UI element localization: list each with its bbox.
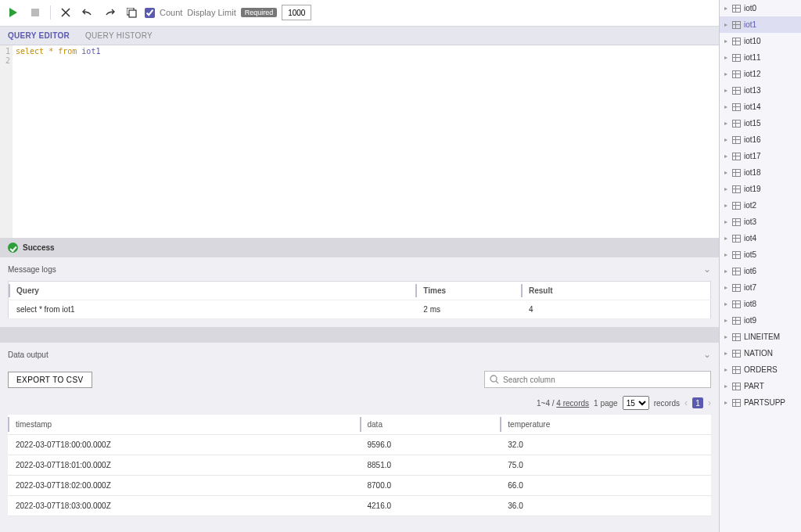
svg-rect-5 bbox=[129, 10, 136, 17]
prev-page-button[interactable]: ‹ bbox=[684, 397, 688, 408]
caret-icon: ▸ bbox=[723, 350, 729, 357]
table-item-iot17[interactable]: ▸iot17 bbox=[720, 148, 801, 164]
code: select * from iot1 bbox=[13, 45, 103, 239]
page-number[interactable]: 1 bbox=[692, 397, 703, 408]
table-icon bbox=[732, 300, 741, 308]
toolbar: Count Display Limit Required bbox=[0, 0, 719, 27]
table-icon bbox=[732, 153, 741, 160]
table-item-iot1[interactable]: ▸iot1 bbox=[720, 16, 801, 33]
table-icon bbox=[732, 284, 741, 292]
table-item-iot5[interactable]: ▸iot5 bbox=[720, 246, 801, 263]
table-item-nation[interactable]: ▸NATION bbox=[720, 345, 801, 361]
run-button[interactable] bbox=[5, 4, 22, 21]
table-item-iot16[interactable]: ▸iot16 bbox=[720, 131, 801, 148]
svg-marker-0 bbox=[9, 8, 17, 17]
table-icon bbox=[732, 21, 741, 29]
table-item-iot10[interactable]: ▸iot10 bbox=[720, 33, 801, 49]
svg-rect-1 bbox=[31, 9, 39, 16]
caret-icon: ▸ bbox=[723, 300, 729, 307]
table-item-lineitem[interactable]: ▸LINEITEM bbox=[720, 329, 801, 345]
status-bar: Success bbox=[0, 238, 719, 257]
search-icon bbox=[490, 375, 499, 384]
close-button[interactable] bbox=[57, 4, 74, 21]
table-icon bbox=[732, 399, 741, 407]
table-item-part[interactable]: ▸PART bbox=[720, 378, 801, 394]
table-item-iot9[interactable]: ▸iot9 bbox=[720, 312, 801, 329]
table-icon bbox=[732, 70, 741, 78]
limit-input[interactable] bbox=[282, 5, 311, 20]
stop-button[interactable] bbox=[27, 4, 44, 21]
table-item-iot7[interactable]: ▸iot7 bbox=[720, 279, 801, 296]
caret-icon: ▸ bbox=[723, 21, 729, 28]
table-item-iot15[interactable]: ▸iot15 bbox=[720, 115, 801, 131]
table-icon bbox=[732, 218, 741, 226]
table-item-iot3[interactable]: ▸iot3 bbox=[720, 214, 801, 230]
caret-icon: ▸ bbox=[723, 202, 729, 209]
search-input[interactable] bbox=[503, 376, 706, 384]
caret-icon: ▸ bbox=[723, 103, 729, 110]
table-row: select * from iot1 2 ms 4 bbox=[9, 300, 711, 319]
logs-table: Query Times Result select * from iot1 2 … bbox=[8, 281, 711, 319]
table-item-iot18[interactable]: ▸iot18 bbox=[720, 164, 801, 181]
sql-editor[interactable]: 12 select * from iot1 bbox=[0, 45, 719, 239]
table-item-iot2[interactable]: ▸iot2 bbox=[720, 197, 801, 214]
caret-icon: ▸ bbox=[723, 235, 729, 242]
table-icon bbox=[732, 120, 741, 128]
export-csv-button[interactable]: EXPORT TO CSV bbox=[8, 372, 92, 388]
table-item-iot13[interactable]: ▸iot13 bbox=[720, 82, 801, 99]
caret-icon: ▸ bbox=[723, 383, 729, 390]
tab-query-editor[interactable]: QUERY EDITOR bbox=[0, 27, 77, 45]
caret-icon: ▸ bbox=[723, 87, 729, 94]
undo-button[interactable] bbox=[79, 4, 96, 21]
table-icon bbox=[732, 235, 741, 243]
table-item-iot19[interactable]: ▸iot19 bbox=[720, 181, 801, 197]
table-row: 2022-03-07T18:01:00.000Z8851.075.0 bbox=[8, 455, 711, 476]
table-item-iot0[interactable]: ▸iot0 bbox=[720, 0, 801, 16]
table-item-iot11[interactable]: ▸iot11 bbox=[720, 49, 801, 66]
svg-line-7 bbox=[496, 381, 498, 383]
table-item-iot14[interactable]: ▸iot14 bbox=[720, 99, 801, 115]
status-text: Success bbox=[23, 243, 55, 252]
caret-icon: ▸ bbox=[723, 317, 729, 324]
gutter: 12 bbox=[0, 45, 13, 239]
next-page-button[interactable]: › bbox=[708, 397, 711, 408]
table-row: 2022-03-07T18:02:00.000Z8700.066.0 bbox=[8, 476, 711, 496]
table-icon bbox=[732, 383, 741, 390]
caret-icon: ▸ bbox=[723, 268, 729, 275]
copy-button[interactable] bbox=[123, 4, 140, 21]
logs-header[interactable]: Message logs ⌄ bbox=[0, 257, 719, 281]
table-row: 2022-03-07T18:00:00.000Z9596.032.0 bbox=[8, 435, 711, 455]
redo-button[interactable] bbox=[101, 4, 118, 21]
count-checkbox[interactable] bbox=[145, 8, 155, 18]
display-limit-label: Display Limit bbox=[187, 8, 235, 17]
caret-icon: ▸ bbox=[723, 366, 729, 373]
table-item-partsupp[interactable]: ▸PARTSUPP bbox=[720, 394, 801, 411]
table-icon bbox=[732, 103, 741, 111]
count-label: Count bbox=[160, 8, 182, 17]
table-icon bbox=[732, 5, 741, 13]
table-row: 2022-03-07T18:03:00.000Z4216.036.0 bbox=[8, 496, 711, 516]
caret-icon: ▸ bbox=[723, 284, 729, 291]
table-item-iot12[interactable]: ▸iot12 bbox=[720, 66, 801, 82]
table-icon bbox=[732, 169, 741, 177]
caret-icon: ▸ bbox=[723, 185, 729, 192]
search-column[interactable] bbox=[484, 371, 711, 388]
caret-icon: ▸ bbox=[723, 136, 729, 143]
caret-icon: ▸ bbox=[723, 70, 729, 77]
table-item-iot6[interactable]: ▸iot6 bbox=[720, 263, 801, 279]
caret-icon: ▸ bbox=[723, 218, 729, 225]
data-output-header[interactable]: Data output ⌄ bbox=[0, 343, 719, 366]
table-item-iot8[interactable]: ▸iot8 bbox=[720, 296, 801, 312]
data-output-body: EXPORT TO CSV 1~4 / 4 records 1 page 15 … bbox=[0, 366, 719, 532]
table-icon bbox=[732, 350, 741, 358]
table-item-orders[interactable]: ▸ORDERS bbox=[720, 361, 801, 378]
page-size-select[interactable]: 15 bbox=[623, 396, 649, 410]
table-item-iot4[interactable]: ▸iot4 bbox=[720, 230, 801, 246]
table-icon bbox=[732, 185, 741, 193]
table-icon bbox=[732, 87, 741, 95]
svg-point-6 bbox=[490, 376, 497, 382]
pager: 1~4 / 4 records 1 page 15 records ‹ 1 › bbox=[8, 396, 711, 415]
table-icon bbox=[732, 251, 741, 259]
tab-query-history[interactable]: QUERY HISTORY bbox=[77, 27, 160, 45]
caret-icon: ▸ bbox=[723, 38, 729, 45]
